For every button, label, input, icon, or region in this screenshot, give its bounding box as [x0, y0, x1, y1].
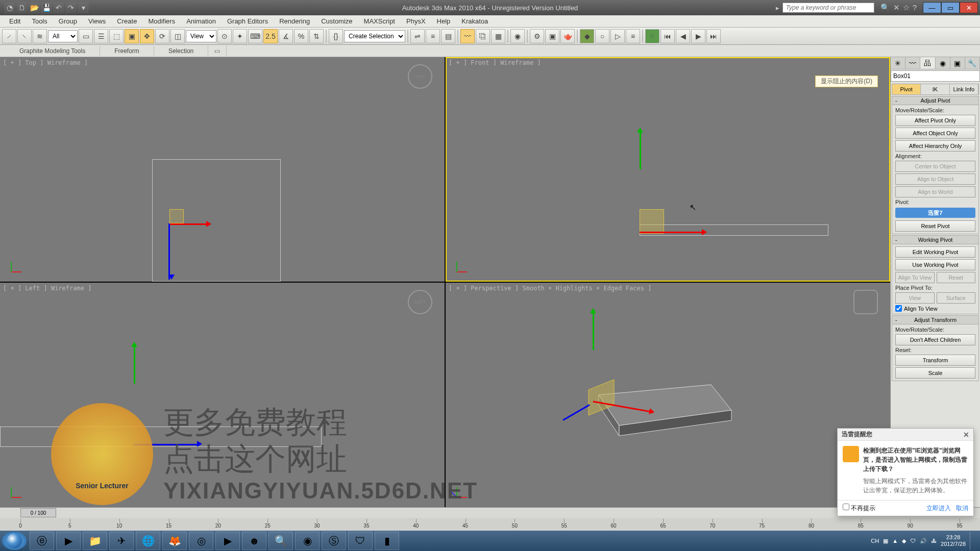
taskbar-app2-icon[interactable]: 🌐: [136, 532, 160, 550]
taskbar-app1-icon[interactable]: ✈: [109, 532, 134, 550]
reset-transform-button[interactable]: Transform: [895, 355, 975, 366]
menu-tools[interactable]: Tools: [27, 16, 52, 26]
dope-sheet-icon[interactable]: ▦: [491, 29, 505, 43]
close-button[interactable]: ✕: [960, 2, 978, 13]
affect-pivot-only-button[interactable]: Affect Pivot Only: [895, 115, 975, 126]
popup-cancel-link[interactable]: 取消: [956, 504, 968, 513]
app-menu-button[interactable]: ◔: [4, 2, 15, 13]
tray-flag-icon[interactable]: ▦: [883, 538, 888, 544]
viewport-front[interactable]: [ + ] Front ] Wireframe ] ↖: [446, 57, 890, 282]
place-view-button[interactable]: View: [895, 292, 935, 304]
rollout-head-adjust-pivot[interactable]: Adjust Pivot: [892, 96, 978, 105]
layer-manager-icon[interactable]: ▤: [441, 29, 455, 43]
material-editor-icon[interactable]: ◉: [510, 29, 525, 43]
menu-help[interactable]: Help: [432, 16, 456, 26]
popup-noremind-checkbox[interactable]: 不再提示: [843, 504, 875, 513]
ribbon-tab-freeform[interactable]: Freeform: [100, 46, 154, 56]
tray-network-icon[interactable]: 🖧: [931, 538, 937, 544]
modify-tab-icon[interactable]: 〰: [905, 57, 920, 69]
edit-named-sel-icon[interactable]: {}: [329, 29, 343, 43]
playback-end-icon[interactable]: ⏭: [706, 29, 721, 43]
affect-hierarchy-only-button[interactable]: Affect Hierarchy Only: [895, 140, 975, 152]
popup-close-icon[interactable]: ✕: [963, 431, 969, 439]
mirror-icon[interactable]: ⇌: [410, 29, 425, 43]
viewport-top[interactable]: [ + ] Top ] Wireframe ] TOP: [0, 57, 445, 282]
select-scale-icon[interactable]: ◫: [170, 29, 185, 43]
angle-snap-icon[interactable]: ∡: [279, 29, 293, 43]
taskbar-wmp-icon[interactable]: ▶: [56, 532, 81, 550]
select-region-rect-icon[interactable]: ⬚: [109, 29, 124, 43]
wp-reset-button[interactable]: Reset: [937, 272, 976, 283]
snap-toggle-icon[interactable]: 2.5: [263, 29, 278, 43]
taskbar-app4-icon[interactable]: ☻: [242, 532, 266, 550]
viewcube-top[interactable]: TOP: [408, 64, 432, 89]
reactor-preview-icon[interactable]: ≡: [626, 29, 640, 43]
menu-edit[interactable]: Edit: [4, 16, 26, 26]
ribbon-collapse-icon[interactable]: ▭: [208, 46, 227, 56]
show-desktop-button[interactable]: [970, 532, 975, 550]
new-icon[interactable]: 🗋: [16, 2, 28, 13]
help-icon[interactable]: ?: [913, 3, 917, 12]
affect-object-only-button[interactable]: Affect Object Only: [895, 128, 975, 139]
taskbar-3dsmax-icon[interactable]: Ⓢ: [322, 532, 346, 550]
time-slider-knob[interactable]: 0 / 100: [20, 508, 56, 517]
menu-graph-editors[interactable]: Graph Editors: [222, 16, 273, 26]
taskbar-app3-icon[interactable]: ▶: [215, 532, 240, 550]
popup-title-bar[interactable]: 迅雷提醒您 ✕: [838, 429, 973, 441]
save-icon[interactable]: 💾: [41, 2, 52, 13]
infocenter-arrow-icon[interactable]: ▸: [776, 4, 779, 12]
taskbar-app6-icon[interactable]: ◉: [295, 532, 320, 550]
qat-dropdown-icon[interactable]: ▾: [78, 2, 89, 13]
ribbon-tab-graphite[interactable]: Graphite Modeling Tools: [5, 46, 100, 56]
dont-affect-children-button[interactable]: Don't Affect Children: [895, 334, 975, 345]
tray-app-icon[interactable]: ◆: [902, 538, 906, 544]
motion-tab-icon[interactable]: ◉: [936, 57, 950, 69]
taskbar-shield-icon[interactable]: 🛡: [348, 532, 373, 550]
ref-coord-system[interactable]: View: [186, 30, 216, 42]
reset-pivot-button[interactable]: Reset Pivot: [895, 220, 975, 232]
minimize-button[interactable]: —: [923, 2, 941, 13]
tray-clock[interactable]: 23:28 2012/7/28: [941, 534, 966, 547]
menu-krakatoa[interactable]: Krakatoa: [456, 16, 493, 26]
taskbar-firefox-icon[interactable]: 🦊: [162, 532, 187, 550]
taskbar-app7-icon[interactable]: ▮: [375, 532, 399, 550]
hierarchy-tab-icon[interactable]: 品: [920, 57, 935, 69]
ime-indicator[interactable]: CH: [871, 538, 879, 544]
viewport-left[interactable]: [ + ] Left ] Wireframe ] LEFT: [0, 283, 445, 507]
playback-prev-icon[interactable]: ◀: [676, 29, 690, 43]
window-crossing-icon[interactable]: ▣: [125, 29, 139, 43]
infocenter-search[interactable]: [782, 3, 874, 13]
favorites-icon[interactable]: ☆: [903, 3, 910, 12]
rendered-frame-icon[interactable]: ▣: [545, 29, 559, 43]
reactor-create-icon[interactable]: ○: [595, 29, 609, 43]
subtab-pivot[interactable]: Pivot: [892, 84, 921, 94]
schematic-view-icon[interactable]: ⿻: [476, 29, 490, 43]
center-to-object-button[interactable]: Center to Object: [895, 161, 975, 172]
select-by-name-icon[interactable]: ☰: [94, 29, 108, 43]
select-rotate-icon[interactable]: ⟳: [155, 29, 169, 43]
time-ruler[interactable]: 05101520253035404550556065707580859095: [0, 518, 980, 530]
viewcube-left[interactable]: LEFT: [408, 290, 432, 314]
selection-filter[interactable]: All: [48, 30, 78, 42]
keyboard-shortcut-icon[interactable]: ⌨: [248, 29, 262, 43]
menu-modifiers[interactable]: Modifiers: [143, 16, 180, 26]
tray-shield-icon[interactable]: 🛡: [910, 538, 916, 544]
spinner-snap-icon[interactable]: ⇅: [309, 29, 324, 43]
edit-working-pivot-button[interactable]: Edit Working Pivot: [895, 246, 975, 258]
select-link-icon[interactable]: ⟋: [2, 29, 16, 43]
use-center-icon[interactable]: ⊙: [217, 29, 232, 43]
undo-icon[interactable]: ↶: [53, 2, 64, 13]
subtab-ik[interactable]: IK: [921, 84, 949, 94]
use-working-pivot-button[interactable]: Use Working Pivot: [895, 259, 975, 270]
display-tab-icon[interactable]: ▣: [950, 57, 965, 69]
menu-customize[interactable]: Customize: [316, 16, 357, 26]
start-button[interactable]: [2, 532, 27, 550]
ribbon-tab-selection[interactable]: Selection: [154, 46, 208, 56]
menu-group[interactable]: Group: [54, 16, 82, 26]
viewport-perspective[interactable]: [ + ] Perspective ] Smooth + Highlights …: [446, 283, 890, 507]
comm-center-icon[interactable]: ✕: [893, 3, 900, 12]
create-tab-icon[interactable]: ✳: [891, 57, 905, 69]
taskbar-360-icon[interactable]: ◎: [189, 532, 213, 550]
place-surface-button[interactable]: Surface: [937, 292, 976, 304]
render-icon[interactable]: 🫖: [560, 29, 575, 43]
